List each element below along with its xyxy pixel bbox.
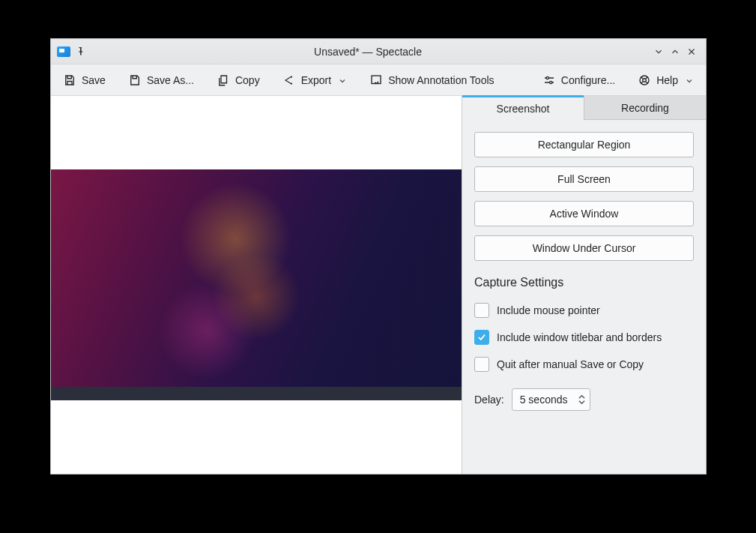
pin-icon[interactable] (75, 45, 85, 58)
configure-icon (542, 73, 556, 87)
copy-label: Copy (235, 74, 260, 86)
export-button[interactable]: Export (281, 70, 348, 90)
tab-screenshot[interactable]: Screenshot (462, 95, 584, 120)
save-icon (63, 73, 76, 87)
preview-pane: 2:45 PM (51, 96, 462, 474)
svg-rect-3 (372, 76, 381, 84)
help-label: Help (656, 74, 678, 86)
save-as-icon (128, 73, 142, 87)
include-titlebar-label: Include window titlebar and borders (497, 331, 662, 343)
copy-icon (217, 73, 230, 87)
maximize-button[interactable] (667, 43, 683, 60)
toolbar: Save Save As... Copy Export (51, 64, 706, 96)
chevron-down-icon (578, 400, 585, 405)
rect-region-button[interactable]: Rectangular Region (474, 132, 694, 157)
export-label: Export (301, 74, 331, 86)
chevron-up-icon (578, 394, 585, 400)
quit-after-label: Quit after manual Save or Copy (497, 358, 644, 370)
include-pointer-row: Include mouse pointer (474, 303, 694, 318)
save-as-label: Save As... (147, 74, 194, 86)
side-panel: Screenshot Recording Rectangular Region … (462, 96, 706, 474)
configure-button[interactable]: Configure... (541, 70, 617, 90)
window-title: Unsaved* — Spectacle (85, 46, 650, 58)
help-button[interactable]: Help (636, 70, 695, 90)
capture-settings-title: Capture Settings (474, 276, 694, 289)
panel-body: Rectangular Region Full Screen Active Wi… (462, 120, 706, 420)
save-button[interactable]: Save (61, 70, 107, 90)
delay-label: Delay: (474, 394, 504, 406)
save-as-button[interactable]: Save As... (127, 70, 196, 90)
include-titlebar-checkbox[interactable] (474, 330, 489, 345)
screenshot-preview[interactable]: 2:45 PM (51, 169, 462, 400)
preview-clock: 2:45 PM (439, 394, 457, 398)
delay-row: Delay: 5 seconds (474, 388, 694, 411)
chevron-down-icon (685, 76, 694, 85)
preview-taskbar (54, 388, 157, 400)
main-area: 2:45 PM Screenshot Recording Rectangular… (51, 96, 706, 474)
save-label: Save (82, 74, 106, 86)
annotate-icon (369, 73, 383, 87)
delay-value: 5 seconds (512, 394, 578, 406)
tab-recording[interactable]: Recording (584, 96, 706, 120)
app-icon (57, 46, 70, 57)
full-screen-button[interactable]: Full Screen (474, 166, 694, 192)
chevron-down-icon (338, 76, 347, 85)
delay-spinbox[interactable]: 5 seconds (512, 388, 590, 411)
include-titlebar-row: Include window titlebar and borders (474, 330, 694, 345)
include-pointer-checkbox[interactable] (474, 303, 489, 318)
svg-point-5 (549, 81, 551, 83)
help-icon (638, 73, 651, 87)
tab-bar: Screenshot Recording (462, 96, 706, 120)
include-pointer-label: Include mouse pointer (497, 304, 600, 316)
copy-button[interactable]: Copy (215, 70, 261, 90)
quit-after-checkbox[interactable] (474, 357, 489, 372)
spin-arrows[interactable] (578, 394, 590, 405)
window-under-cursor-button[interactable]: Window Under Cursor (474, 235, 694, 261)
titlebar[interactable]: Unsaved* — Spectacle (51, 39, 706, 64)
annotate-label: Show Annotation Tools (388, 74, 494, 86)
svg-point-7 (643, 78, 647, 82)
configure-label: Configure... (561, 74, 615, 86)
app-window: Unsaved* — Spectacle Save Save As... (50, 38, 707, 475)
annotate-button[interactable]: Show Annotation Tools (368, 70, 495, 90)
export-icon (282, 73, 296, 87)
svg-point-4 (546, 76, 548, 79)
quit-after-row: Quit after manual Save or Copy (474, 357, 694, 372)
active-window-button[interactable]: Active Window (474, 201, 694, 226)
minimize-button[interactable] (650, 43, 667, 60)
close-button[interactable] (683, 43, 700, 60)
